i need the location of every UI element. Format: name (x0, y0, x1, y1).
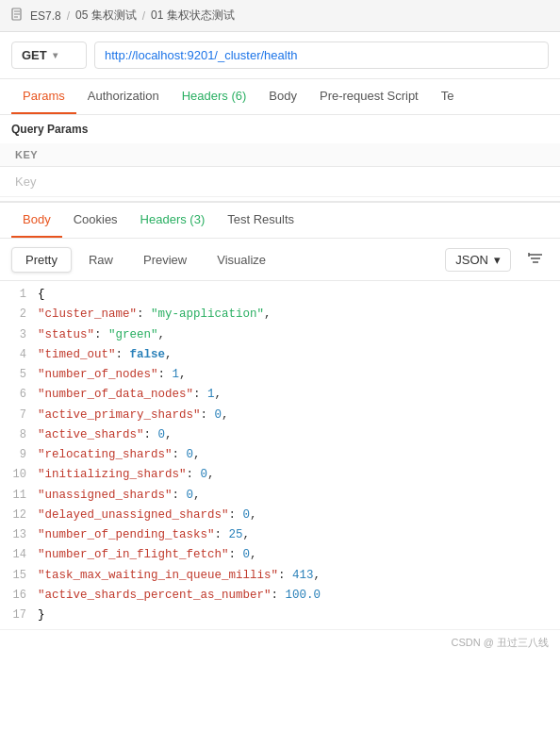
col-key-header: KEY (0, 143, 560, 167)
line-content: { (38, 285, 560, 305)
line-number: 6 (0, 385, 38, 404)
table-row: Key (0, 167, 560, 197)
key-placeholder[interactable]: Key (0, 167, 560, 197)
watermark: CSDN @ 丑过三八线 (0, 629, 560, 656)
line-content: "relocating_shards": 0, (38, 445, 560, 465)
url-bar: GET ▾ (0, 32, 560, 79)
line-number: 13 (0, 525, 38, 544)
query-params-label: Query Params (0, 115, 560, 143)
format-raw-button[interactable]: Raw (75, 248, 126, 272)
line-content: "active_primary_shards": 0, (38, 406, 560, 425)
code-line: 10 "initializing_shards": 0, (0, 465, 560, 485)
response-tabs: Body Cookies Headers (3) Test Results (0, 201, 560, 239)
code-line: 14 "number_of_in_flight_fetch": 0, (0, 545, 560, 565)
line-content: "cluster_name": "my-application", (38, 305, 560, 324)
line-number: 1 (0, 285, 38, 304)
line-content: "timed_out": false, (38, 345, 560, 365)
breadcrumb-folder1: 05 集权测试 (75, 8, 137, 24)
code-line: 6 "number_of_data_nodes": 1, (0, 385, 560, 405)
tab-pre-request-script[interactable]: Pre-request Script (308, 79, 430, 114)
line-content: "initializing_shards": 0, (38, 465, 560, 485)
response-tab-cookies[interactable]: Cookies (62, 203, 129, 238)
breadcrumb-root: ES7.8 (30, 9, 61, 23)
line-content: "status": "green", (38, 325, 560, 345)
method-label: GET (22, 48, 47, 62)
line-content: "task_max_waiting_in_queue_millis": 413, (38, 566, 560, 586)
response-tab-headers[interactable]: Headers (3) (129, 203, 217, 238)
code-line: 11 "unassigned_shards": 0, (0, 486, 560, 506)
line-content: "active_shards": 0, (38, 425, 560, 445)
line-number: 9 (0, 445, 38, 464)
tab-params[interactable]: Params (11, 79, 76, 114)
code-line: 2 "cluster_name": "my-application", (0, 305, 560, 324)
json-chevron-icon: ▾ (494, 253, 501, 267)
file-icon (11, 8, 25, 24)
tab-body[interactable]: Body (257, 79, 308, 114)
code-line: 12 "delayed_unassigned_shards": 0, (0, 506, 560, 525)
code-line: 16 "active_shards_percent_as_number": 10… (0, 586, 560, 606)
line-content: "number_of_pending_tasks": 25, (38, 525, 560, 545)
line-number: 11 (0, 486, 38, 505)
line-number: 8 (0, 425, 38, 444)
method-select[interactable]: GET ▾ (11, 42, 87, 69)
code-line: 17} (0, 606, 560, 625)
line-number: 16 (0, 586, 38, 605)
breadcrumb: ES7.8 / 05 集权测试 / 01 集权状态测试 (0, 0, 560, 32)
json-format-label: JSON (455, 253, 488, 267)
line-number: 5 (0, 365, 38, 384)
code-line: 3 "status": "green", (0, 325, 560, 345)
line-content: } (38, 606, 560, 625)
response-tab-test-results[interactable]: Test Results (216, 203, 305, 238)
params-table: KEY Key (0, 143, 560, 197)
code-line: 13 "number_of_pending_tasks": 25, (0, 525, 560, 545)
tab-authorization[interactable]: Authorization (76, 79, 171, 114)
url-input[interactable] (94, 42, 549, 69)
line-number: 7 (0, 406, 38, 424)
filter-icon[interactable] (522, 246, 549, 273)
code-line: 8 "active_shards": 0, (0, 425, 560, 445)
json-format-select[interactable]: JSON ▾ (445, 248, 511, 272)
line-number: 10 (0, 465, 38, 484)
tab-headers[interactable]: Headers (6) (171, 79, 258, 114)
line-number: 12 (0, 506, 38, 524)
line-content: "active_shards_percent_as_number": 100.0 (38, 586, 560, 606)
line-number: 15 (0, 566, 38, 585)
line-content: "unassigned_shards": 0, (38, 486, 560, 506)
format-preview-button[interactable]: Preview (130, 248, 200, 272)
line-number: 17 (0, 606, 38, 624)
line-number: 14 (0, 545, 38, 564)
line-content: "number_of_data_nodes": 1, (38, 385, 560, 405)
response-tab-body[interactable]: Body (11, 203, 62, 238)
tab-te[interactable]: Te (430, 79, 466, 114)
request-tabs: Params Authorization Headers (6) Body Pr… (0, 79, 560, 115)
method-chevron-icon: ▾ (53, 50, 58, 60)
format-pretty-button[interactable]: Pretty (11, 247, 72, 273)
code-area: 1{2 "cluster_name": "my-application",3 "… (0, 281, 560, 629)
code-line: 1{ (0, 285, 560, 305)
code-line: 9 "relocating_shards": 0, (0, 445, 560, 465)
code-line: 5 "number_of_nodes": 1, (0, 365, 560, 385)
format-toolbar: Pretty Raw Preview Visualize JSON ▾ (0, 239, 560, 281)
line-content: "number_of_in_flight_fetch": 0, (38, 545, 560, 565)
line-content: "delayed_unassigned_shards": 0, (38, 506, 560, 525)
code-line: 15 "task_max_waiting_in_queue_millis": 4… (0, 566, 560, 586)
format-visualize-button[interactable]: Visualize (204, 248, 279, 272)
line-number: 3 (0, 325, 38, 344)
line-number: 2 (0, 305, 38, 324)
breadcrumb-file: 01 集权状态测试 (151, 8, 235, 24)
code-line: 4 "timed_out": false, (0, 345, 560, 365)
line-number: 4 (0, 345, 38, 364)
line-content: "number_of_nodes": 1, (38, 365, 560, 385)
code-line: 7 "active_primary_shards": 0, (0, 406, 560, 425)
